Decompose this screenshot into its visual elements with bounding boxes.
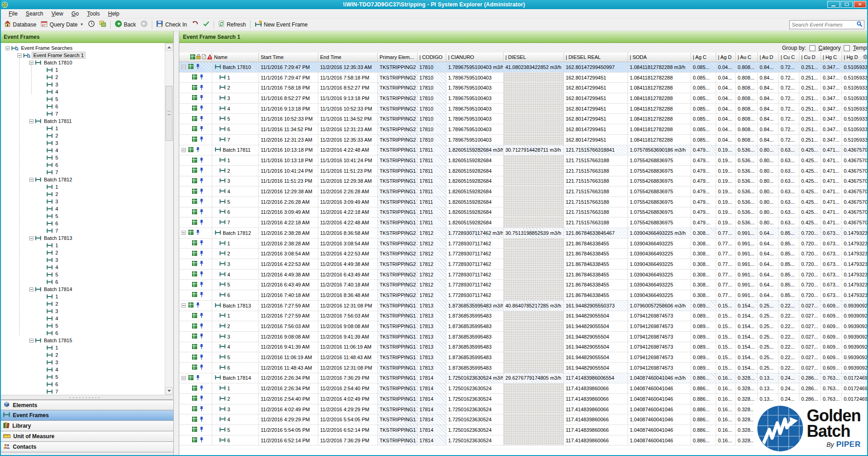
tree-item-subframe-3[interactable]: 3 [0,308,165,315]
tree-item-subframe-5[interactable]: 5 [0,373,165,381]
tree-item-batch-17813[interactable]: Batch 17813 [0,234,165,242]
search-event-frames-input[interactable] [790,22,857,27]
column-header-name[interactable]: Name [212,53,259,62]
tree-item-event-frame-searches[interactable]: Event Frame Searches [0,44,165,52]
row-expander[interactable] [182,231,186,235]
tree-item-subframe-7[interactable]: 7 [0,388,165,395]
tree-item-subframe-1[interactable]: 1 [0,125,165,132]
column-header-diesel[interactable]: | DIESEL [504,53,564,62]
nav-unit-of-measure[interactable]: Unit of Measure [0,431,177,442]
table-row-batch[interactable]: Batch 1781411/2/2016 2:26:34 PM11/2/2016… [179,373,868,384]
menu-tools[interactable]: Tools [83,10,104,18]
minimize-button[interactable] [827,1,840,8]
tree-item-subframe-1[interactable]: 1 [0,66,165,74]
tree-item-subframe-4[interactable]: 4 [0,264,165,271]
tree-item-subframe-5[interactable]: 5 [0,154,165,161]
table-row-batch[interactable]: Batch 1781011/1/2016 7:29:47 PM11/2/2016… [179,62,868,73]
scroll-up-button[interactable] [166,43,172,51]
table-row-batch[interactable]: Batch 1781111/1/2016 10:13:18 PM11/2/201… [179,145,868,156]
tree-expander[interactable] [29,287,33,292]
group-by-category-checkbox[interactable] [809,45,815,51]
table-row-subframe[interactable]: 111/2/2016 2:26:34 PM11/2/2016 2:54:40 P… [179,383,868,394]
table-row-subframe[interactable]: 311/1/2016 11:51:23 PM11/2/2016 12:29:38… [179,176,868,187]
close-button[interactable]: ✕ [854,1,866,8]
tree-item-subframe-4[interactable]: 4 [0,366,165,373]
tree-item-subframe-3[interactable]: 3 [0,359,165,366]
tree-item-subframe-5[interactable]: 5 [0,95,165,103]
tree-item-subframe-4[interactable]: 4 [0,88,165,95]
column-header-primaryelem[interactable]: Primary Elem... [378,53,418,62]
tree-expander[interactable] [29,178,33,182]
tree-item-event-frame-search-1[interactable]: Event Frame Search 1 [0,52,165,59]
table-row-subframe[interactable]: 511/2/2016 11:06:19 AM11/2/2016 11:48:43… [179,352,868,363]
tree-item-subframe-2[interactable]: 2 [0,191,165,198]
scroll-down-button[interactable] [166,387,172,394]
tree-item-subframe-6[interactable]: 6 [0,103,165,110]
tree-item-batch-17814[interactable]: Batch 17814 [0,286,165,293]
scrollbar-thumb[interactable] [166,86,172,141]
checkmark-button[interactable] [201,20,212,29]
refresh-button[interactable]: Refresh [216,19,248,30]
column-header-agd[interactable]: | Ag D [716,53,736,62]
column-header-cuc[interactable]: | Cu C [779,53,799,62]
tree-item-batch-17812[interactable]: Batch 17812 [0,176,165,183]
nav-contacts[interactable]: Contacts [0,442,177,452]
menu-go[interactable]: Go [67,10,83,18]
table-row-subframe[interactable]: 511/2/2016 6:43:49 AM11/2/2016 7:40:18 A… [179,280,868,290]
column-header-endtime[interactable]: End Time [318,53,378,62]
table-row-subframe[interactable]: 111/1/2016 10:13:18 PM11/1/2016 10:41:24… [179,155,868,166]
panel-splitter[interactable] [173,31,179,456]
tree-item-subframe-5[interactable]: 5 [0,322,165,329]
column-header-starttime[interactable]: Start Time [259,53,318,62]
tree-item-subframe-7[interactable]: 7 [0,169,165,176]
table-row-subframe[interactable]: 111/1/2016 7:29:47 PM11/1/2016 7:58:18 P… [179,73,868,83]
tree-item-subframe-4[interactable]: 4 [0,205,165,212]
group-by-template-checkbox[interactable] [844,45,850,51]
column-options-gear-icon[interactable] [863,54,868,61]
database-button[interactable]: Database [2,19,38,30]
nav-library[interactable]: Library [0,421,177,431]
nav-elements[interactable]: Elements [0,400,177,410]
table-row-subframe[interactable]: 311/1/2016 8:52:27 PM11/1/2016 9:13:18 P… [179,93,868,104]
table-row-subframe[interactable]: 211/2/2016 7:56:03 AM11/2/2016 9:08:08 A… [179,321,868,332]
undo-button[interactable] [189,19,201,30]
tree-item-subframe-7[interactable]: 7 [0,227,165,234]
column-header-cud[interactable]: | Cu D [799,53,821,62]
tree-vertical-scrollbar[interactable] [165,43,173,395]
table-row-subframe[interactable]: 511/2/2016 2:26:28 AM11/2/2016 3:09:49 A… [179,197,868,207]
tree-item-subframe-7[interactable]: 7 [0,110,165,117]
tree-expander[interactable] [29,119,33,123]
tree-item-subframe-5[interactable]: 5 [0,212,165,220]
column-header-auc[interactable]: | Au C [736,53,758,62]
tree-item-subframe-3[interactable]: 3 [0,198,165,205]
table-row-batch[interactable]: Batch 1781311/2/2016 7:27:59 AM11/2/2016… [179,301,868,311]
table-row-subframe[interactable]: 611/2/2016 7:40:18 AM11/2/2016 8:36:48 A… [179,290,868,301]
tree-item-subframe-1[interactable]: 1 [0,242,165,249]
tree-item-subframe-6[interactable]: 6 [0,329,165,337]
tree-item-subframe-3[interactable]: 3 [0,256,165,264]
tree-item-subframe-2[interactable]: 2 [0,300,165,308]
column-header-cianuro[interactable]: | CIANURO [446,53,504,62]
query-date-button[interactable]: Query Date▼ [38,19,86,30]
new-event-frame-button[interactable]: New Event Frame [252,19,310,30]
tree-item-subframe-3[interactable]: 3 [0,81,165,88]
tree-item-subframe-4[interactable]: 4 [0,147,165,154]
tree-item-subframe-6[interactable]: 6 [0,220,165,227]
tree-item-batch-17811[interactable]: Batch 17811 [0,117,165,125]
column-header-hgc[interactable]: | Hg C [821,53,842,62]
column-header-aud[interactable]: | Au D [758,53,779,62]
tree-item-batch-17815[interactable]: Batch 17815 [0,337,165,344]
tree-item-subframe-2[interactable]: 2 [0,132,165,139]
table-row-subframe[interactable]: 211/1/2016 10:41:24 PM11/1/2016 11:51:23… [179,166,868,176]
maximize-button[interactable] [841,1,853,8]
tree-item-subframe-5[interactable]: 5 [0,271,165,278]
table-row-subframe[interactable]: 311/2/2016 9:08:08 AM11/2/2016 9:41:39 A… [179,332,868,342]
column-header-codigo[interactable]: | CODIGO [418,53,446,62]
menu-view[interactable]: View [47,10,67,18]
row-expander[interactable] [182,376,186,380]
table-row-subframe[interactable]: 211/2/2016 3:08:54 AM11/2/2016 4:22:53 A… [179,249,868,259]
column-header-agc[interactable]: | Ag C [691,53,716,62]
tree-item-batch-17810[interactable]: Batch 17810 [0,59,165,66]
table-row-subframe[interactable]: 411/2/2016 4:49:38 AM11/2/2016 6:43:49 A… [179,270,868,280]
tree-item-subframe-6[interactable]: 6 [0,381,165,388]
